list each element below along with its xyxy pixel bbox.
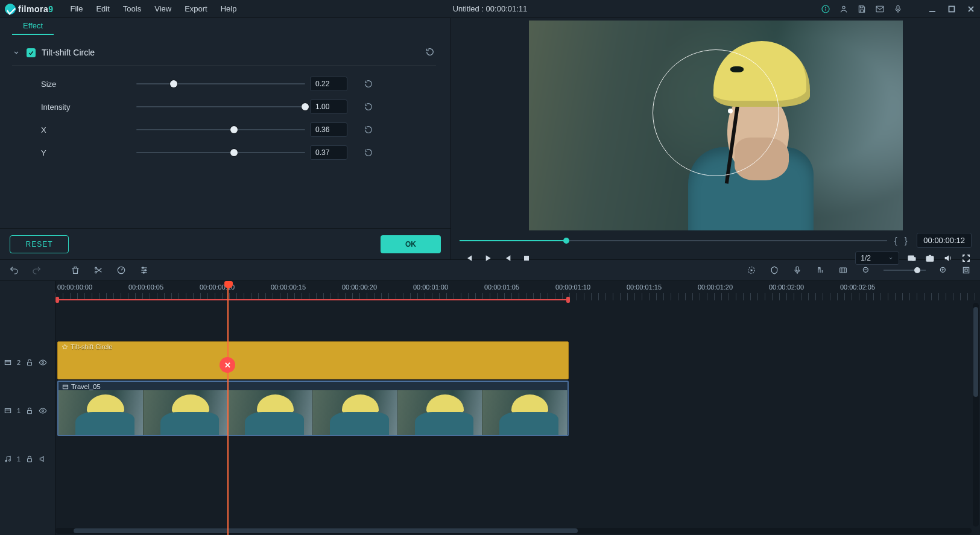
zoom-out-icon[interactable] [861,265,871,276]
svg-marker-25 [751,269,753,271]
snapshot-icon[interactable] [925,253,935,264]
tilt-shift-circle-overlay[interactable] [653,49,779,176]
ruler-label: 00:00:00:20 [342,283,377,291]
ruler-label: 00:00:00:05 [128,283,163,291]
preview-scrubber[interactable] [460,236,887,245]
svg-rect-45 [5,409,10,413]
chevron-down-icon [12,48,21,57]
menu-file[interactable]: File [64,2,89,16]
ruler-label: 00:00:01:15 [627,283,662,291]
adjust-button[interactable] [139,265,150,276]
menu-tools[interactable]: Tools [117,2,147,16]
remove-effect-badge[interactable]: ✕ [220,357,235,373]
message-icon[interactable] [875,4,885,14]
prop-reset-icon[interactable] [364,124,375,135]
stop-button[interactable] [521,253,532,264]
track-header-video1[interactable]: 1 [0,407,55,415]
timeline-tracks-area[interactable]: 00:00:00:0000:00:00:0500:00:00:1000:00:0… [55,281,980,535]
work-area-start-handle[interactable] [55,297,59,303]
work-area-end-handle[interactable] [566,297,570,303]
ruler-label: 00:00:01:00 [413,283,448,291]
delete-button[interactable] [70,265,81,276]
effect-header[interactable]: Tilt-shift Circle [12,42,436,66]
zoom-fit-icon[interactable] [961,265,972,276]
timeline-v-scrollbar[interactable] [973,303,979,527]
tilt-shift-center-handle[interactable] [728,109,733,113]
marker-icon[interactable] [769,265,780,276]
svg-rect-28 [840,268,847,273]
timeline-h-scrollbar[interactable] [55,528,972,534]
prop-value-input[interactable]: 0.37 [310,145,347,160]
time-ruler[interactable]: 00:00:00:0000:00:00:0500:00:00:1000:00:0… [55,281,980,302]
prop-reset-icon[interactable] [364,147,375,158]
crop-icon[interactable] [838,265,849,276]
voiceover-icon[interactable] [792,265,803,276]
prop-label: X [41,125,131,135]
video-thumb [58,390,144,435]
effect-enable-checkbox[interactable] [27,48,36,57]
preview-viewport[interactable] [529,21,903,230]
minimize-button[interactable] [928,5,937,13]
menu-edit[interactable]: Edit [90,2,115,16]
zoom-in-icon[interactable] [938,265,949,276]
svg-rect-12 [912,258,915,261]
step-back-button[interactable] [463,253,474,264]
prop-slider[interactable] [136,80,305,88]
prop-slider[interactable] [136,125,305,134]
svg-point-14 [929,258,932,261]
maximize-button[interactable] [947,5,956,13]
ruler-label: 00:00:00:00 [57,283,92,291]
account-icon[interactable] [839,4,849,14]
video-thumb [144,390,229,435]
prop-slider[interactable] [136,103,305,111]
ruler-label: 00:00:02:00 [769,283,804,291]
mic-record-icon[interactable] [893,4,903,14]
preview-quality-icon[interactable] [906,253,917,264]
clip-label: Tilt-shift Circle [71,343,112,350]
play-button[interactable] [482,253,493,264]
prop-value-input[interactable]: 1.00 [310,100,347,114]
menubar: FileEditToolsViewExportHelp [64,2,242,16]
prop-value-input[interactable]: 0.36 [310,122,347,137]
prop-label: Y [41,148,131,157]
mark-in-out-icon[interactable]: { } [892,236,912,245]
effect-reset-icon[interactable] [425,47,436,58]
playhead[interactable] [227,281,229,535]
svg-rect-10 [524,256,529,261]
preview-timecode[interactable]: 00:00:00:12 [917,233,972,248]
prop-value-input[interactable]: 0.22 [310,77,347,91]
svg-point-3 [842,6,845,8]
playhead-handle-icon[interactable] [224,281,233,288]
volume-icon[interactable] [943,253,953,264]
preview-zoom-dropdown[interactable]: 1/2 [855,252,899,265]
fullscreen-icon[interactable] [961,253,972,264]
menu-view[interactable]: View [148,2,177,16]
track-header-video2[interactable]: 2 [0,358,55,367]
timeline-zoom-slider[interactable] [884,267,926,273]
ok-button[interactable]: OK [381,235,441,253]
window-title: Untitled : 00:00:01:11 [453,4,528,13]
work-area-bar[interactable] [57,299,568,300]
speed-button[interactable] [116,265,127,276]
split-button[interactable] [93,265,104,276]
close-button[interactable] [967,5,975,13]
tab-effect[interactable]: Effect [12,18,54,35]
reset-button[interactable]: RESET [10,235,69,253]
svg-rect-7 [949,6,955,11]
prop-slider[interactable] [136,148,305,157]
save-icon[interactable] [857,4,867,14]
redo-button[interactable] [31,265,42,276]
menu-export[interactable]: Export [179,2,213,16]
undo-button[interactable] [8,265,19,276]
clip-effect-tiltshift[interactable]: Tilt-shift Circle [57,341,569,379]
clip-video-travel[interactable]: Travel_05 [57,381,569,436]
panel-tabs: Effect [0,18,450,35]
prop-reset-icon[interactable] [364,78,375,89]
menu-help[interactable]: Help [215,2,243,16]
prop-reset-icon[interactable] [364,101,375,112]
render-preview-icon[interactable] [746,265,757,276]
track-header-audio1[interactable]: 1 [0,455,55,463]
step-forward-button[interactable] [502,253,513,264]
info-icon[interactable] [821,4,830,14]
audio-mixer-icon[interactable] [815,265,826,276]
